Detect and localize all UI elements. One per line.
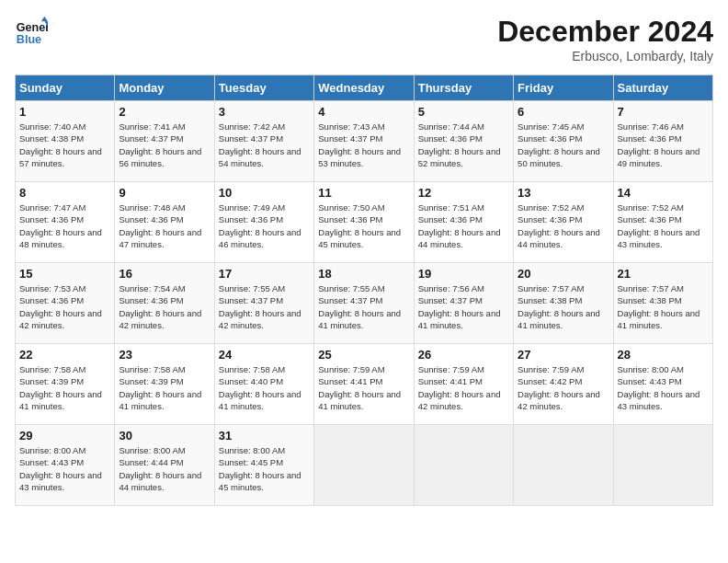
col-header-sunday: Sunday	[16, 75, 115, 101]
month-title: December 2024	[497, 15, 713, 49]
cell-info: Sunrise: 8:00 AMSunset: 4:43 PMDaylight:…	[19, 445, 102, 492]
svg-text:Blue: Blue	[17, 33, 41, 46]
cell-info: Sunrise: 7:54 AMSunset: 4:36 PMDaylight:…	[119, 283, 201, 330]
day-cell: 28 Sunrise: 8:00 AMSunset: 4:43 PMDaylig…	[613, 344, 712, 425]
cell-info: Sunrise: 7:51 AMSunset: 4:36 PMDaylight:…	[418, 202, 501, 249]
day-cell: 6 Sunrise: 7:45 AMSunset: 4:36 PMDayligh…	[514, 101, 613, 182]
cell-info: Sunrise: 7:59 AMSunset: 4:42 PMDaylight:…	[518, 364, 600, 411]
logo: General Blue	[15, 15, 48, 48]
cell-info: Sunrise: 7:43 AMSunset: 4:37 PMDaylight:…	[318, 121, 401, 168]
day-number: 28	[618, 348, 709, 362]
day-number: 22	[19, 348, 110, 362]
day-cell: 22 Sunrise: 7:58 AMSunset: 4:39 PMDaylig…	[16, 344, 115, 425]
day-number: 17	[219, 267, 310, 281]
cell-info: Sunrise: 7:58 AMSunset: 4:39 PMDaylight:…	[119, 364, 201, 411]
cell-info: Sunrise: 7:49 AMSunset: 4:36 PMDaylight:…	[219, 202, 301, 249]
day-cell: 8 Sunrise: 7:47 AMSunset: 4:36 PMDayligh…	[16, 182, 115, 263]
col-header-wednesday: Wednesday	[314, 75, 414, 101]
cell-info: Sunrise: 7:48 AMSunset: 4:36 PMDaylight:…	[119, 202, 201, 249]
day-number: 12	[418, 186, 509, 200]
cell-info: Sunrise: 7:44 AMSunset: 4:36 PMDaylight:…	[418, 121, 501, 168]
cell-info: Sunrise: 7:50 AMSunset: 4:36 PMDaylight:…	[318, 202, 401, 249]
day-cell: 18 Sunrise: 7:55 AMSunset: 4:37 PMDaylig…	[314, 263, 414, 344]
day-number: 10	[219, 186, 310, 200]
cell-info: Sunrise: 7:59 AMSunset: 4:41 PMDaylight:…	[418, 364, 501, 411]
day-cell: 19 Sunrise: 7:56 AMSunset: 4:37 PMDaylig…	[414, 263, 513, 344]
col-header-monday: Monday	[115, 75, 214, 101]
day-cell: 29 Sunrise: 8:00 AMSunset: 4:43 PMDaylig…	[16, 425, 115, 506]
day-cell: 17 Sunrise: 7:55 AMSunset: 4:37 PMDaylig…	[214, 263, 313, 344]
title-area: December 2024 Erbusco, Lombardy, Italy	[497, 15, 713, 63]
day-number: 27	[518, 348, 609, 362]
cell-info: Sunrise: 7:42 AMSunset: 4:37 PMDaylight:…	[219, 121, 301, 168]
day-number: 4	[318, 105, 409, 119]
day-cell: 15 Sunrise: 7:53 AMSunset: 4:36 PMDaylig…	[16, 263, 115, 344]
day-cell: 12 Sunrise: 7:51 AMSunset: 4:36 PMDaylig…	[414, 182, 513, 263]
header-row: SundayMondayTuesdayWednesdayThursdayFrid…	[16, 75, 713, 101]
day-cell	[414, 425, 513, 506]
day-number: 6	[518, 105, 609, 119]
cell-info: Sunrise: 7:58 AMSunset: 4:40 PMDaylight:…	[219, 364, 301, 411]
cell-info: Sunrise: 8:00 AMSunset: 4:43 PMDaylight:…	[618, 364, 700, 411]
week-row-4: 22 Sunrise: 7:58 AMSunset: 4:39 PMDaylig…	[16, 344, 713, 425]
day-cell: 3 Sunrise: 7:42 AMSunset: 4:37 PMDayligh…	[214, 101, 313, 182]
day-number: 2	[119, 105, 210, 119]
day-number: 13	[518, 186, 609, 200]
day-number: 20	[518, 267, 609, 281]
day-number: 11	[318, 186, 409, 200]
cell-info: Sunrise: 7:46 AMSunset: 4:36 PMDaylight:…	[618, 121, 700, 168]
cell-info: Sunrise: 7:52 AMSunset: 4:36 PMDaylight:…	[618, 202, 700, 249]
cell-info: Sunrise: 7:55 AMSunset: 4:37 PMDaylight:…	[318, 283, 401, 330]
col-header-tuesday: Tuesday	[214, 75, 313, 101]
day-cell: 21 Sunrise: 7:57 AMSunset: 4:38 PMDaylig…	[613, 263, 712, 344]
day-number: 16	[119, 267, 210, 281]
day-cell: 24 Sunrise: 7:58 AMSunset: 4:40 PMDaylig…	[214, 344, 313, 425]
day-cell: 1 Sunrise: 7:40 AMSunset: 4:38 PMDayligh…	[16, 101, 115, 182]
week-row-1: 1 Sunrise: 7:40 AMSunset: 4:38 PMDayligh…	[16, 101, 713, 182]
day-number: 1	[19, 105, 110, 119]
day-cell: 30 Sunrise: 8:00 AMSunset: 4:44 PMDaylig…	[115, 425, 214, 506]
cell-info: Sunrise: 7:52 AMSunset: 4:36 PMDaylight:…	[518, 202, 600, 249]
day-cell: 27 Sunrise: 7:59 AMSunset: 4:42 PMDaylig…	[514, 344, 613, 425]
cell-info: Sunrise: 7:57 AMSunset: 4:38 PMDaylight:…	[618, 283, 700, 330]
day-cell: 20 Sunrise: 7:57 AMSunset: 4:38 PMDaylig…	[514, 263, 613, 344]
cell-info: Sunrise: 7:53 AMSunset: 4:36 PMDaylight:…	[19, 283, 102, 330]
day-number: 14	[618, 186, 709, 200]
cell-info: Sunrise: 7:45 AMSunset: 4:36 PMDaylight:…	[518, 121, 600, 168]
day-cell	[514, 425, 613, 506]
col-header-saturday: Saturday	[613, 75, 712, 101]
location: Erbusco, Lombardy, Italy	[497, 49, 713, 63]
day-number: 7	[618, 105, 709, 119]
cell-info: Sunrise: 7:47 AMSunset: 4:36 PMDaylight:…	[19, 202, 102, 249]
day-number: 19	[418, 267, 509, 281]
day-cell	[613, 425, 712, 506]
page-header: General Blue December 2024 Erbusco, Lomb…	[15, 15, 713, 63]
day-number: 23	[119, 348, 210, 362]
logo-icon: General Blue	[15, 15, 48, 48]
col-header-thursday: Thursday	[414, 75, 513, 101]
day-cell: 13 Sunrise: 7:52 AMSunset: 4:36 PMDaylig…	[514, 182, 613, 263]
cell-info: Sunrise: 7:56 AMSunset: 4:37 PMDaylight:…	[418, 283, 501, 330]
cell-info: Sunrise: 8:00 AMSunset: 4:44 PMDaylight:…	[119, 445, 201, 492]
week-row-3: 15 Sunrise: 7:53 AMSunset: 4:36 PMDaylig…	[16, 263, 713, 344]
cell-info: Sunrise: 7:57 AMSunset: 4:38 PMDaylight:…	[518, 283, 600, 330]
cell-info: Sunrise: 8:00 AMSunset: 4:45 PMDaylight:…	[219, 445, 301, 492]
day-number: 26	[418, 348, 509, 362]
day-cell: 5 Sunrise: 7:44 AMSunset: 4:36 PMDayligh…	[414, 101, 513, 182]
day-cell: 11 Sunrise: 7:50 AMSunset: 4:36 PMDaylig…	[314, 182, 414, 263]
day-number: 5	[418, 105, 509, 119]
day-number: 15	[19, 267, 110, 281]
svg-marker-2	[41, 17, 48, 21]
cell-info: Sunrise: 7:58 AMSunset: 4:39 PMDaylight:…	[19, 364, 102, 411]
day-cell: 2 Sunrise: 7:41 AMSunset: 4:37 PMDayligh…	[115, 101, 214, 182]
day-number: 30	[119, 429, 210, 442]
day-number: 9	[119, 186, 210, 200]
day-number: 25	[318, 348, 409, 362]
col-header-friday: Friday	[514, 75, 613, 101]
day-number: 18	[318, 267, 409, 281]
cell-info: Sunrise: 7:59 AMSunset: 4:41 PMDaylight:…	[318, 364, 401, 411]
day-cell: 25 Sunrise: 7:59 AMSunset: 4:41 PMDaylig…	[314, 344, 414, 425]
week-row-5: 29 Sunrise: 8:00 AMSunset: 4:43 PMDaylig…	[16, 425, 713, 506]
day-cell: 7 Sunrise: 7:46 AMSunset: 4:36 PMDayligh…	[613, 101, 712, 182]
week-row-2: 8 Sunrise: 7:47 AMSunset: 4:36 PMDayligh…	[16, 182, 713, 263]
